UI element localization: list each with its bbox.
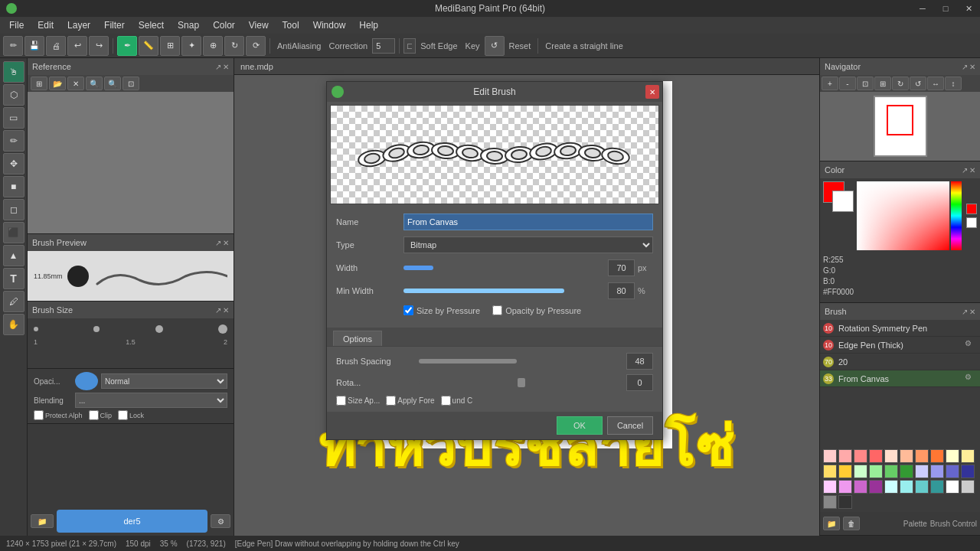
palette-swatch[interactable] [930,480,944,494]
layer-add[interactable]: 📁 [31,514,54,528]
tool-pen[interactable]: ✒ [117,36,137,56]
min-width-slider[interactable] [403,289,605,293]
palette-swatch[interactable] [838,449,852,463]
brush-delete[interactable]: 🗑 [843,517,860,530]
palette-swatch[interactable] [930,465,944,478]
tool-redo[interactable]: ↪ [89,36,109,56]
nav-fit[interactable]: ⊡ [857,77,874,90]
nav-flip[interactable]: ↔ [927,77,944,90]
palette-swatch[interactable] [915,465,929,478]
brush-preview-expand-icon[interactable]: ↗ [215,239,221,247]
size-dot-4[interactable] [218,324,227,334]
soft-edge-toggle[interactable] [403,38,416,54]
reference-expand-icon[interactable]: ↗ [215,63,221,71]
palette-swatch[interactable] [823,449,837,463]
brush-close-icon[interactable]: ✕ [969,308,975,316]
brush-preview-close-icon[interactable]: ✕ [223,239,229,247]
palette-swatch[interactable] [900,465,913,478]
size-dot-2[interactable] [93,326,100,332]
minimize-button[interactable]: ─ [911,0,934,17]
palette-swatch[interactable] [884,480,898,494]
tool-select[interactable]: 🖱 [3,61,24,83]
menu-view[interactable]: View [243,18,275,32]
palette-swatch[interactable] [838,495,852,509]
palette-swatch[interactable] [915,449,929,463]
ref-fit[interactable]: ⊡ [122,77,139,90]
brush-size-close-icon[interactable]: ✕ [223,306,229,315]
tool-fill-rect[interactable]: ■ [3,176,24,197]
brush-add[interactable]: 📁 [823,517,840,530]
palette-swatch[interactable] [900,449,913,463]
palette-swatch[interactable] [961,465,975,478]
options-tab[interactable]: Options [333,331,382,346]
protect-alpha-checkbox[interactable] [34,410,44,420]
dialog-close-button[interactable]: ✕ [645,85,659,99]
menu-select[interactable]: Select [132,18,170,32]
size-pressure-checkbox[interactable] [403,305,413,315]
color-expand-icon[interactable]: ↗ [962,166,968,174]
menu-layer[interactable]: Layer [61,18,96,32]
name-input[interactable] [403,214,653,230]
maximize-button[interactable]: □ [934,0,957,17]
reset-button[interactable]: ↺ [485,36,505,56]
palette-swatch[interactable] [823,480,837,494]
brush-item-3[interactable]: 70 20 [820,354,980,370]
brush-expand-icon[interactable]: ↗ [962,308,968,316]
menu-tool[interactable]: Tool [276,18,305,32]
palette-swatch[interactable] [946,449,959,463]
color-saturation-area[interactable] [857,181,949,250]
menu-snap[interactable]: Snap [172,18,205,32]
tool-lasso[interactable]: ⬡ [3,84,24,106]
ref-tool-1[interactable]: ⊞ [31,77,47,90]
hue-slider[interactable] [951,181,962,250]
size-apply-checkbox[interactable] [336,396,346,406]
blend-mode-select[interactable]: Normal [101,373,227,389]
tool-transform[interactable]: ⊕ [203,36,223,56]
palette-swatch[interactable] [961,449,975,463]
tool-grid[interactable]: ⊞ [160,36,180,56]
palette-swatch[interactable] [915,480,929,494]
palette-swatch[interactable] [946,465,959,478]
palette-swatch[interactable] [854,480,867,494]
palette-swatch[interactable] [869,449,883,463]
tool-pen2[interactable]: ✏ [3,130,24,152]
color-picker-icon[interactable] [966,204,977,214]
width-slider[interactable] [403,266,605,270]
blending-select[interactable]: ... [75,393,227,408]
tool-text[interactable]: T [3,268,24,289]
ref-zoom-out[interactable]: 🔍 [104,77,121,90]
menu-edit[interactable]: Edit [31,18,60,32]
menu-color[interactable]: Color [207,18,241,32]
layer-settings[interactable]: ⚙ [211,514,230,528]
palette-swatch[interactable] [854,449,867,463]
tool-eyedrop[interactable]: 🖊 [3,291,24,312]
menu-file[interactable]: File [3,18,30,32]
nav-flip-v[interactable]: ↕ [945,77,962,90]
brush-size-expand-icon[interactable]: ↗ [215,306,221,315]
palette-swatch[interactable] [946,480,959,494]
navigator-expand-icon[interactable]: ↗ [962,63,968,71]
tool-print[interactable]: 🖨 [46,36,66,56]
palette-swatch[interactable] [854,465,867,478]
tool-grad[interactable]: ▲ [3,245,24,266]
palette-swatch[interactable] [838,465,852,478]
brush-item-1[interactable]: 10 Rotation Symmetry Pen [820,320,980,337]
tool-eraser[interactable]: ◻ [3,199,24,220]
rotate-slider[interactable] [419,380,623,385]
opacity-circle[interactable] [75,372,98,390]
brush-settings-icon[interactable]: ⚙ [965,339,977,351]
palette-swatch[interactable] [961,480,975,494]
ok-button[interactable]: OK [557,416,603,435]
clip-checkbox[interactable] [89,410,99,420]
brush-spacing-slider[interactable] [419,359,623,364]
background-color[interactable] [832,191,854,212]
tool-rectangle-select[interactable]: ▭ [3,107,24,129]
correction-input[interactable] [372,38,395,54]
tool-brush[interactable]: ✏ [3,36,23,56]
mac-button[interactable] [6,3,17,14]
nav-full[interactable]: ⊞ [874,77,891,90]
brush-item-4[interactable]: 33 From Canvas ⚙ [820,370,980,387]
apply-fore-checkbox[interactable] [386,396,396,406]
tool-fill[interactable]: ⬛ [3,222,24,243]
opacity-pressure-checkbox[interactable] [492,305,502,315]
